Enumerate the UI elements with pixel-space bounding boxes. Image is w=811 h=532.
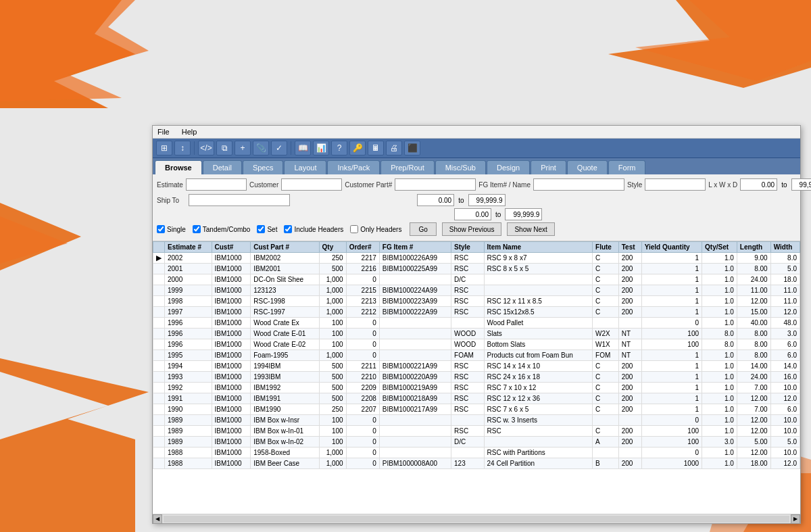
col-flute[interactable]: Flute xyxy=(593,242,619,253)
col-cust-part[interactable]: Cust Part # xyxy=(251,242,319,253)
cell-test: NT xyxy=(618,339,641,350)
table-row[interactable]: 1998 IBM1000 RSC-1998 1,000 2213 BIBM100… xyxy=(153,296,800,307)
cell-order: 0 xyxy=(346,458,379,469)
row-indicator xyxy=(153,285,165,296)
customer-part-input[interactable] xyxy=(395,178,476,191)
single-checkbox[interactable] xyxy=(157,225,165,233)
cell-cust: IBM1000 xyxy=(212,253,251,264)
cell-length: 8.00 xyxy=(737,339,770,350)
sort-icon[interactable]: ↕ xyxy=(174,141,191,155)
table-row[interactable]: 1992 IBM1000 IBM1992 500 2209 BIBM100021… xyxy=(153,383,800,393)
calc-icon[interactable]: 🖩 xyxy=(368,141,384,155)
table-row[interactable]: 1999 IBM1000 123123 1,000 2215 BIBM10002… xyxy=(153,285,800,296)
table-row[interactable]: 1989 IBM1000 IBM Box w-In-02 100 0 D/C A… xyxy=(153,437,800,448)
col-length[interactable]: Length xyxy=(737,242,770,253)
table-row[interactable]: 1991 IBM1000 IBM1991 500 2208 BIBM100021… xyxy=(153,393,800,404)
col-estimate[interactable]: Estimate # xyxy=(165,242,212,253)
w-from-input[interactable] xyxy=(417,194,454,206)
col-qty-set[interactable]: Qty/Set xyxy=(702,242,737,253)
w-to-input[interactable] xyxy=(468,194,506,206)
scroll-track[interactable] xyxy=(164,516,789,523)
key-icon[interactable]: 🔑 xyxy=(349,141,366,155)
cell-width: 18.0 xyxy=(770,274,800,285)
table-row[interactable]: 1994 IBM1000 1994IBM 500 2211 BIBM100022… xyxy=(153,361,800,372)
table-row[interactable]: 1993 IBM1000 1993IBM 500 2210 BIBM100022… xyxy=(153,372,800,383)
tab-detail[interactable]: Detail xyxy=(203,160,242,174)
ship-to-input[interactable] xyxy=(189,194,290,206)
attach-icon[interactable]: 📎 xyxy=(253,141,269,155)
cell-fg-item: BIBM1000220A99 xyxy=(379,372,451,383)
l-from-input[interactable] xyxy=(740,178,777,191)
col-qty[interactable]: Qty xyxy=(319,242,346,253)
cell-estimate: 1996 xyxy=(165,318,212,329)
tab-form[interactable]: Form xyxy=(608,160,646,174)
d-from-input[interactable] xyxy=(454,208,491,220)
tab-inks-pack[interactable]: Inks/Pack xyxy=(327,160,380,174)
add-icon[interactable]: + xyxy=(235,141,251,155)
col-cust[interactable]: Cust# xyxy=(212,242,251,253)
print-icon[interactable]: 🖨 xyxy=(386,141,402,155)
menu-help[interactable]: Help xyxy=(180,127,199,137)
style-input[interactable] xyxy=(645,178,706,191)
table-row[interactable]: 1996 IBM1000 Wood Crate Ex 100 0 Wood Pa… xyxy=(153,318,800,329)
d-to-input[interactable] xyxy=(505,208,542,220)
table-row[interactable]: 1988 IBM1000 1958-Boxed 1,000 0 RSC with… xyxy=(153,448,800,458)
tandem-combo-checkbox[interactable] xyxy=(193,225,201,233)
exit-icon[interactable]: ⬛ xyxy=(404,141,420,155)
set-checkbox[interactable] xyxy=(257,225,265,233)
table-row[interactable]: 1989 IBM1000 IBM Box w-Insr 100 0 RSC w.… xyxy=(153,415,800,426)
cell-cust: IBM1000 xyxy=(212,437,251,448)
show-previous-button[interactable]: Show Previous xyxy=(442,222,502,236)
col-width[interactable]: Width xyxy=(770,242,800,253)
report-icon[interactable]: 📊 xyxy=(313,141,329,155)
include-headers-checkbox[interactable] xyxy=(284,225,292,233)
table-row[interactable]: ▶ 2002 IBM1000 IBM2002 250 2217 BIBM1000… xyxy=(153,253,800,264)
cell-qty-set: 1.0 xyxy=(702,318,737,329)
tab-layout[interactable]: Layout xyxy=(284,160,326,174)
customer-input[interactable] xyxy=(281,178,342,191)
table-row[interactable]: 1997 IBM1000 RSC-1997 1,000 2212 BIBM100… xyxy=(153,307,800,318)
help-icon[interactable]: ? xyxy=(331,141,347,155)
table-row[interactable]: 1988 IBM1000 IBM Beer Case 1,000 0 PIBM1… xyxy=(153,458,800,469)
tab-design[interactable]: Design xyxy=(487,160,530,174)
menu-file[interactable]: File xyxy=(155,127,172,137)
table-row[interactable]: 1989 IBM1000 IBM Box w-In-01 100 0 RSC R… xyxy=(153,426,800,437)
estimate-input[interactable] xyxy=(186,178,247,191)
table-row[interactable]: 2000 IBM1000 DC-On Slit Shee 1,000 0 D/C… xyxy=(153,274,800,285)
only-headers-checkbox[interactable] xyxy=(350,225,358,233)
scroll-right-btn[interactable]: ▶ xyxy=(791,514,800,524)
cell-item-name: RSC 14 x 14 x 10 xyxy=(484,361,592,372)
cell-fg-item: BIBM1000219A99 xyxy=(379,383,451,393)
col-style[interactable]: Style xyxy=(451,242,485,253)
horizontal-scrollbar[interactable]: ◀ ▶ xyxy=(153,514,800,523)
tab-quote[interactable]: Quote xyxy=(567,160,608,174)
col-item-name[interactable]: Item Name xyxy=(484,242,592,253)
table-row[interactable]: 1996 IBM1000 Wood Crate E-01 100 0 WOOD … xyxy=(153,329,800,339)
tab-browse[interactable]: Browse xyxy=(155,160,202,174)
table-row[interactable]: 2001 IBM1000 IBM2001 500 2216 BIBM100022… xyxy=(153,264,800,274)
show-next-button[interactable]: Show Next xyxy=(507,222,554,236)
cell-cust: IBM1000 xyxy=(212,318,251,329)
table-row[interactable]: 1995 IBM1000 Foam-1995 1,000 0 FOAM Prod… xyxy=(153,350,800,361)
table-row[interactable]: 1990 IBM1000 IBM1990 250 2207 BIBM100021… xyxy=(153,404,800,415)
excel-icon[interactable]: ⊞ xyxy=(156,141,172,155)
book-icon[interactable]: 📖 xyxy=(295,141,311,155)
col-yield-qty[interactable]: Yield Quantity xyxy=(641,242,702,253)
table-row[interactable]: 1996 IBM1000 Wood Crate E-02 100 0 WOOD … xyxy=(153,339,800,350)
approve-icon[interactable]: ✓ xyxy=(271,141,287,155)
cell-length: 12.00 xyxy=(737,393,770,404)
col-fg-item[interactable]: FG Item # xyxy=(379,242,451,253)
cell-qty: 100 xyxy=(319,426,346,437)
tab-misc-sub[interactable]: Misc/Sub xyxy=(435,160,486,174)
tab-specs[interactable]: Specs xyxy=(243,160,284,174)
l-to-input[interactable] xyxy=(791,178,811,191)
col-test[interactable]: Test xyxy=(618,242,641,253)
col-order[interactable]: Order# xyxy=(346,242,379,253)
scroll-left-btn[interactable]: ◀ xyxy=(153,514,162,524)
tab-prep-rout[interactable]: Prep/Rout xyxy=(380,160,435,174)
copy-icon[interactable]: ⧉ xyxy=(216,141,232,155)
tab-print[interactable]: Print xyxy=(531,160,566,174)
code-icon[interactable]: </> xyxy=(198,141,214,155)
go-button[interactable]: Go xyxy=(410,222,436,236)
fg-item-input[interactable] xyxy=(533,178,624,191)
